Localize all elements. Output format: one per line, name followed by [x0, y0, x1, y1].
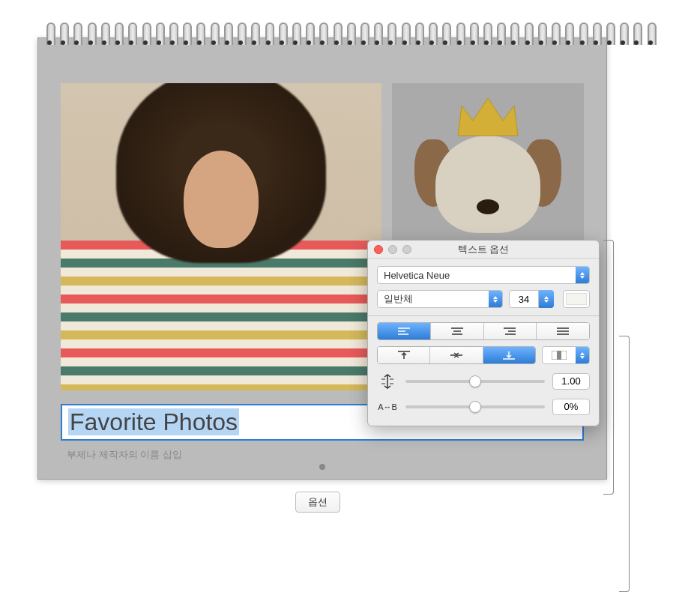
align-justify-button[interactable] [537, 323, 589, 339]
callout-bracket [619, 336, 630, 592]
horizontal-align-control [377, 322, 590, 340]
align-right-button[interactable] [484, 323, 537, 339]
window-zoom-button[interactable] [402, 245, 411, 254]
window-close-button[interactable] [374, 245, 383, 254]
dropdown-arrows-icon [489, 291, 502, 307]
align-center-button[interactable] [431, 323, 484, 339]
valign-middle-button[interactable] [430, 347, 483, 363]
line-spacing-slider[interactable] [405, 380, 545, 383]
character-spacing-slider[interactable] [405, 405, 545, 408]
line-spacing-icon [377, 374, 398, 389]
panel-titlebar[interactable]: 텍스트 옵션 [368, 241, 599, 259]
svg-rect-18 [557, 351, 561, 360]
text-color-well[interactable] [563, 290, 590, 308]
stepper-arrows-icon[interactable] [539, 290, 554, 308]
valign-top-button[interactable] [378, 347, 430, 363]
text-options-panel: 텍스트 옵션 Helvetica Neue 일반체 [367, 240, 600, 426]
calendar-title-text[interactable]: Favorite Photos [68, 408, 239, 435]
columns-select[interactable] [542, 346, 590, 364]
font-size-stepper[interactable] [509, 290, 557, 308]
valign-bottom-button[interactable] [483, 347, 535, 363]
font-family-value: Helvetica Neue [378, 270, 576, 281]
columns-icon [543, 351, 576, 360]
callout-bracket [603, 240, 614, 495]
calendar-subtitle-field[interactable]: 부제나 제작자의 이름 삽입 [61, 447, 584, 463]
crown-graphic [450, 91, 525, 143]
character-spacing-value[interactable]: 0% [552, 399, 590, 415]
font-style-select[interactable]: 일반체 [377, 290, 503, 308]
vertical-align-control [377, 346, 536, 364]
character-spacing-icon: A↔B [377, 402, 398, 411]
dropdown-arrows-icon [576, 267, 589, 283]
slider-thumb[interactable] [469, 401, 481, 413]
slider-thumb[interactable] [469, 375, 481, 387]
options-button[interactable]: 옵션 [295, 492, 340, 513]
color-swatch [566, 293, 587, 305]
font-style-value: 일반체 [378, 292, 489, 306]
align-left-button[interactable] [378, 323, 431, 339]
dropdown-arrows-icon [576, 347, 589, 363]
spiral-binding [45, 22, 655, 49]
photo-slot-left[interactable] [61, 83, 381, 390]
font-size-input[interactable] [509, 290, 539, 308]
font-family-select[interactable]: Helvetica Neue [377, 266, 590, 284]
window-minimize-button[interactable] [388, 245, 397, 254]
line-spacing-value[interactable]: 1.00 [552, 373, 590, 390]
page-indicator-dot [319, 464, 325, 470]
